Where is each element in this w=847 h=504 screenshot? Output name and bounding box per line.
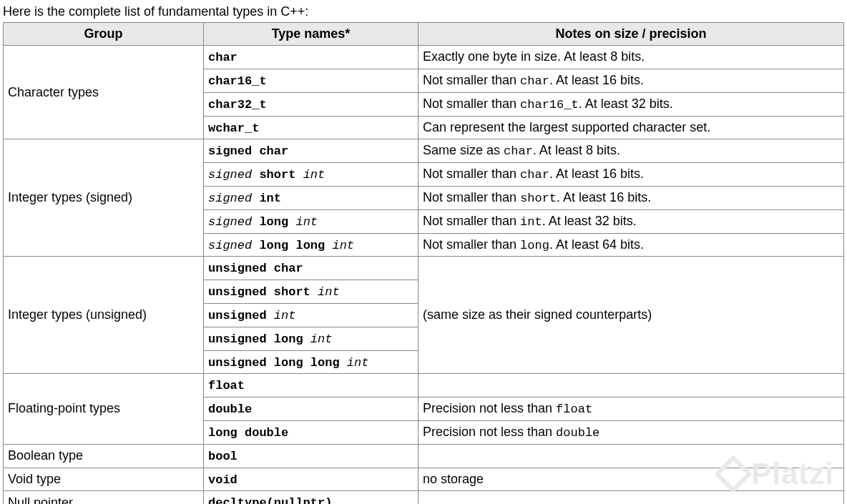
notes-cell: Precision not less than double: [418, 420, 844, 444]
type-name-cell: char16_t: [204, 69, 418, 92]
type-name-cell: wchar_t: [204, 116, 418, 139]
notes-cell: [418, 491, 844, 504]
table-row: Integer types (unsigned)unsigned char(sa…: [4, 257, 844, 280]
type-name-cell: signed long long int: [204, 233, 418, 257]
group-cell: Integer types (signed): [4, 139, 204, 257]
notes-cell: [418, 374, 844, 397]
type-name-cell: signed char: [204, 139, 418, 163]
table-row: Void typevoidno storage: [4, 468, 844, 491]
type-name-cell: unsigned short int: [204, 280, 418, 304]
header-type: Type names*: [204, 23, 418, 46]
group-cell: Character types: [4, 46, 204, 139]
notes-cell: Not smaller than char. At least 16 bits.: [418, 69, 844, 92]
group-cell: Void type: [4, 468, 204, 491]
notes-cell: (same size as their signed counterparts): [418, 257, 844, 374]
type-name-cell: double: [204, 397, 418, 421]
type-name-cell: float: [204, 374, 418, 397]
header-notes: Notes on size / precision: [418, 23, 844, 46]
group-cell: Boolean type: [4, 444, 204, 468]
type-name-cell: unsigned long int: [204, 327, 418, 350]
type-name-cell: signed short int: [204, 163, 418, 187]
notes-cell: Same size as char. At least 8 bits.: [418, 139, 844, 163]
table-row: Null pointerdecltype(nullptr): [4, 491, 844, 504]
notes-cell: Not smaller than short. At least 16 bits…: [418, 186, 844, 209]
type-name-cell: signed long int: [204, 209, 418, 233]
type-name-cell: unsigned long long int: [204, 350, 418, 374]
notes-cell: no storage: [418, 468, 844, 491]
type-name-cell: unsigned char: [204, 257, 418, 280]
table-row: Floating-point typesfloat: [4, 374, 844, 397]
group-cell: Integer types (unsigned): [4, 257, 204, 374]
notes-cell: Not smaller than int. At least 32 bits.: [418, 209, 844, 233]
type-name-cell: long double: [204, 420, 418, 444]
group-cell: Null pointer: [4, 491, 204, 504]
types-table: Group Type names* Notes on size / precis…: [3, 22, 844, 504]
notes-cell: Can represent the largest supported char…: [418, 116, 844, 139]
notes-cell: [418, 444, 844, 468]
header-group: Group: [4, 23, 204, 46]
type-name-cell: bool: [204, 444, 418, 468]
notes-cell: Not smaller than char16_t. At least 32 b…: [418, 92, 844, 116]
table-row: Integer types (signed)signed charSame si…: [4, 139, 844, 163]
notes-cell: Exactly one byte in size. At least 8 bit…: [418, 46, 844, 69]
group-cell: Floating-point types: [4, 374, 204, 444]
table-row: Character typescharExactly one byte in s…: [4, 46, 844, 69]
notes-cell: Not smaller than long. At least 64 bits.: [418, 233, 844, 257]
type-name-cell: char: [204, 46, 418, 69]
header-row: Group Type names* Notes on size / precis…: [4, 23, 844, 46]
table-row: Boolean typebool: [4, 444, 844, 468]
intro-text: Here is the complete list of fundamental…: [3, 4, 844, 19]
notes-cell: Precision not less than float: [418, 397, 844, 421]
type-name-cell: unsigned int: [204, 303, 418, 327]
notes-cell: Not smaller than char. At least 16 bits.: [418, 163, 844, 187]
type-name-cell: void: [204, 468, 418, 491]
type-name-cell: signed int: [204, 186, 418, 209]
type-name-cell: decltype(nullptr): [204, 491, 418, 504]
type-name-cell: char32_t: [204, 92, 418, 116]
